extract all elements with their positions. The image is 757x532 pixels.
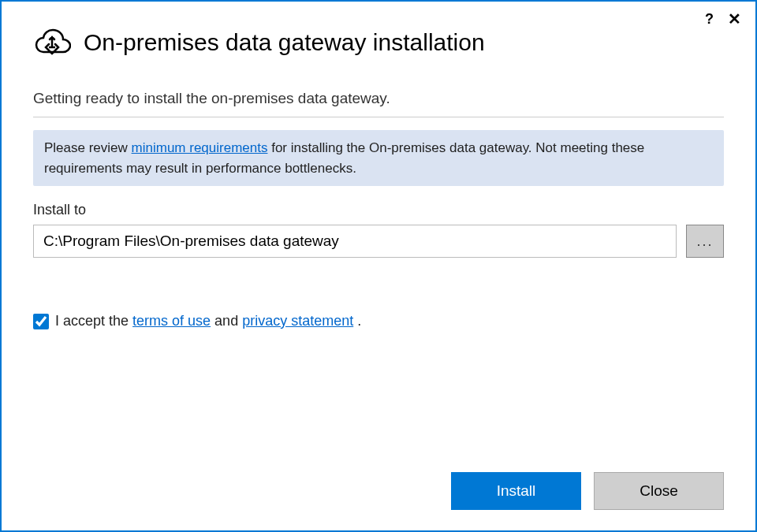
accept-post: . bbox=[353, 313, 361, 329]
close-button[interactable]: Close bbox=[594, 472, 724, 510]
subtitle: Getting ready to install the on-premises… bbox=[33, 90, 724, 107]
close-icon[interactable]: ✕ bbox=[725, 9, 744, 28]
accept-row: I accept the terms of use and privacy st… bbox=[33, 313, 724, 329]
page-title: On-premises data gateway installation bbox=[84, 29, 485, 56]
accept-checkbox[interactable] bbox=[33, 314, 49, 329]
install-button[interactable]: Install bbox=[451, 472, 581, 510]
browse-button[interactable]: ... bbox=[686, 225, 724, 258]
install-path-row: ... bbox=[33, 225, 724, 258]
accept-mid: and bbox=[211, 313, 242, 329]
accept-pre: I accept the bbox=[55, 313, 132, 329]
titlebar: ? ✕ bbox=[702, 9, 744, 28]
footer-buttons: Install Close bbox=[451, 472, 724, 510]
info-pre: Please review bbox=[44, 140, 132, 155]
cloud-updown-icon bbox=[33, 27, 71, 58]
installer-window: ? ✕ On-premises data gateway installatio… bbox=[0, 0, 757, 532]
help-icon[interactable]: ? bbox=[702, 10, 717, 28]
install-to-label: Install to bbox=[33, 202, 724, 218]
install-path-input[interactable] bbox=[33, 225, 677, 258]
divider bbox=[33, 117, 724, 117]
terms-link[interactable]: terms of use bbox=[132, 313, 211, 329]
requirements-info: Please review minimum requirements for i… bbox=[33, 130, 724, 186]
privacy-link[interactable]: privacy statement bbox=[242, 313, 353, 329]
min-requirements-link[interactable]: minimum requirements bbox=[132, 140, 268, 155]
header: On-premises data gateway installation bbox=[33, 27, 724, 58]
